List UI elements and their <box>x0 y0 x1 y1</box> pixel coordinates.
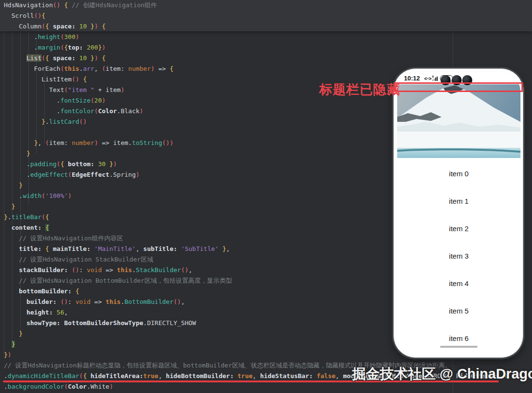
code-token: ) <box>121 86 125 93</box>
code-line[interactable]: List({ space: 10 }) { <box>0 53 532 64</box>
code-token: fontColor <box>60 107 94 115</box>
code-token: . <box>8 213 12 221</box>
code-token: ( <box>94 107 98 115</box>
code-token: ) <box>94 54 98 62</box>
code-token: HdsNavigation <box>4 1 53 9</box>
code-token: this <box>105 298 120 305</box>
code-token: . <box>4 33 38 40</box>
code-token: { <box>45 224 49 231</box>
list-item: item 0 <box>397 168 520 180</box>
code-token: { <box>64 44 68 51</box>
hidden-titlebar-highlight-box <box>394 82 523 92</box>
code-token: true <box>143 372 158 380</box>
code-token: subTitle: <box>143 245 181 252</box>
list-item: item 6 <box>397 333 520 344</box>
code-token: title: <box>4 245 45 252</box>
code-token: void <box>87 266 102 274</box>
data-network-icon: <··> <box>424 76 431 81</box>
code-line[interactable]: .height(300) <box>0 32 532 42</box>
phone-preview: 10:12 <··> x 100 <box>393 68 523 358</box>
code-token: : <box>68 298 76 305</box>
code-token: ) <box>68 192 72 199</box>
code-token <box>4 150 26 157</box>
code-token: () <box>72 266 79 274</box>
code-token: . <box>4 107 60 115</box>
code-token: Color <box>68 383 87 390</box>
code-token: () <box>34 12 42 19</box>
code-token <box>98 23 102 30</box>
code-token <box>87 54 91 62</box>
code-token: space: <box>49 54 79 62</box>
phone-screen: 10:12 <··> x 100 <box>397 72 520 355</box>
code-line[interactable]: .margin({top: 200}) <box>0 42 532 53</box>
code-token: margin <box>38 44 60 51</box>
code-token: // 设置HdsNavigation StackBuilder区域 <box>4 256 153 263</box>
code-token: item: <box>49 139 72 146</box>
code-token: { <box>76 288 79 295</box>
code-token: 300 <box>64 33 75 40</box>
code-token: , <box>94 65 102 72</box>
code-token: arr <box>83 65 94 72</box>
code-token: } <box>91 54 94 62</box>
code-token: ) <box>94 139 98 146</box>
mountain-image <box>397 84 520 158</box>
code-token: () <box>162 139 170 146</box>
code-token: , <box>64 309 68 316</box>
code-token: width <box>23 192 41 199</box>
code-token: 'SubTitle' <box>181 245 219 252</box>
code-token: { <box>102 54 106 62</box>
list-item: item 1 <box>397 196 520 207</box>
sticky-context-header: HdsNavigation() { // 创建HdsNavigation组件 S… <box>0 0 532 32</box>
code-token: ) <box>109 383 113 390</box>
code-token: ) <box>102 44 106 51</box>
code-token: => <box>155 65 169 72</box>
code-token: . <box>45 118 49 125</box>
code-token: } <box>4 351 8 358</box>
code-token: // 设置HdsNavigation BottomBuilder区域，包括设置高… <box>4 277 232 284</box>
code-token: bottomBuilder: <box>4 288 76 295</box>
code-token <box>4 139 34 146</box>
code-token: "item " <box>68 86 94 93</box>
code-line[interactable]: Scroll(){ <box>0 11 532 21</box>
code-token: : <box>79 266 87 274</box>
code-token: 20 <box>94 97 102 104</box>
code-token: ForEach <box>4 65 60 72</box>
code-token: ) <box>113 160 117 168</box>
code-token: } <box>91 23 94 30</box>
code-token: 56 <box>57 309 65 316</box>
code-token: } <box>19 330 23 337</box>
code-token: { <box>45 23 49 30</box>
code-token: 'MainTitle' <box>94 245 136 252</box>
code-token: fontSize <box>60 97 91 104</box>
code-token: backgroundColor <box>8 383 64 390</box>
code-token: hideTitleArea: <box>87 372 143 380</box>
code-token <box>4 203 12 210</box>
code-token: top: <box>68 44 87 51</box>
code-token: ( <box>41 213 45 221</box>
code-token: ListItem <box>4 76 72 83</box>
code-token: ) <box>169 139 173 146</box>
code-token: { <box>45 213 49 221</box>
code-token: ( <box>64 86 68 93</box>
code-token: { <box>83 76 87 83</box>
code-token: { <box>45 54 49 62</box>
code-token: hideBottomBuilder: <box>166 372 238 380</box>
titlebar-hidden-annotation: 标题栏已隐藏 <box>319 81 400 98</box>
code-token <box>105 160 109 168</box>
code-line[interactable]: HdsNavigation() { // 创建HdsNavigation组件 <box>0 0 532 11</box>
code-token: . <box>4 383 8 390</box>
code-token: , <box>158 372 166 380</box>
code-line[interactable]: Column({ space: 10 }) { <box>0 21 532 32</box>
code-token: .White <box>87 383 109 390</box>
code-token: ( <box>68 171 72 178</box>
status-time: 10:12 <box>404 75 420 82</box>
code-token: () <box>181 266 189 274</box>
list-item: item 5 <box>397 305 520 317</box>
code-token <box>4 54 26 62</box>
code-token: , <box>189 266 193 274</box>
code-token <box>219 245 222 252</box>
code-token: () <box>72 76 79 83</box>
code-token: } <box>98 44 102 51</box>
code-token: stackBuilder: <box>4 266 72 274</box>
item-list: item 0item 1item 2item 3item 4item 5item… <box>397 158 520 355</box>
